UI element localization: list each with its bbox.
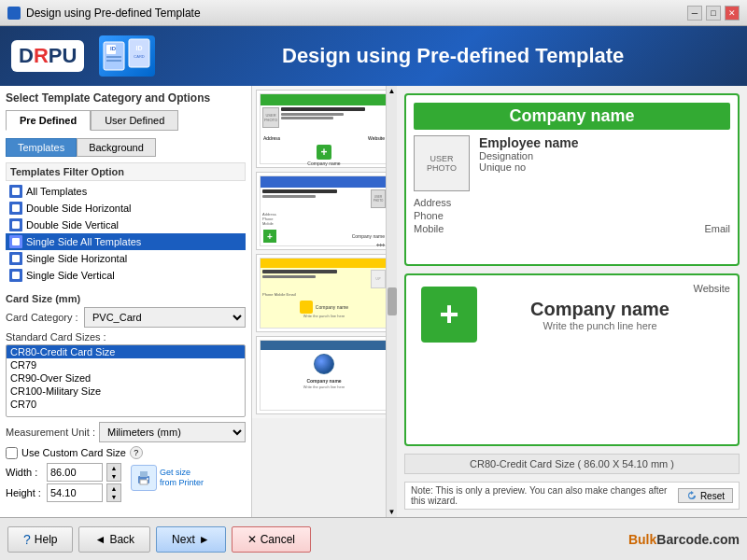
scroll-down-btn[interactable]: ▼ <box>388 508 396 516</box>
template-list: USERPHOTO AddressWebsite + Company name <box>252 86 397 418</box>
filter-double-v[interactable]: Double Side Vertical <box>6 217 246 233</box>
height-input[interactable] <box>47 483 103 502</box>
width-spinner[interactable]: ▲ ▼ <box>106 463 121 482</box>
filter-icon-dv <box>9 218 22 231</box>
thumbnails-panel: USERPHOTO AddressWebsite + Company name <box>252 86 397 517</box>
filter-all-templates[interactable]: All Templates <box>6 183 246 200</box>
svg-rect-13 <box>12 272 20 279</box>
next-arrow-icon: ► <box>199 533 210 546</box>
svg-text:ID: ID <box>136 45 143 51</box>
width-up[interactable]: ▲ <box>107 464 120 472</box>
filter-single-all[interactable]: Single Side All Templates <box>6 233 246 250</box>
header-title: Design using Pre-defined Template <box>170 44 736 68</box>
preview-card-front: Company name USER PHOTO Employee name De… <box>404 93 740 266</box>
filter-double-h[interactable]: Double Side Horizontal <box>6 200 246 217</box>
maximize-button[interactable]: □ <box>706 6 721 21</box>
svg-rect-15 <box>140 471 148 477</box>
minimize-button[interactable]: ─ <box>687 6 702 21</box>
footer-left-col: Address Phone Mobile <box>414 197 451 234</box>
help-button[interactable]: ? Help <box>7 526 73 553</box>
tab-predefined[interactable]: Pre Defined <box>6 110 91 131</box>
next-button[interactable]: Next ► <box>156 526 226 553</box>
measurement-select[interactable]: Milimeters (mm) Inches Pixels <box>99 422 246 442</box>
reset-icon <box>686 490 698 501</box>
card-size-section: Card Size (mm) Card Category : PVC_Card … <box>6 293 246 504</box>
user-photo-box: USER PHOTO <box>414 135 470 191</box>
preview-designation: Designation <box>479 150 730 161</box>
height-up[interactable]: ▲ <box>107 484 120 493</box>
help-icon: ? <box>23 532 31 547</box>
right-panel: Company name USER PHOTO Employee name De… <box>397 86 747 517</box>
template-thumb-3[interactable]: U.P Phone Mobile Email Company name Writ… <box>256 254 392 332</box>
width-input[interactable] <box>47 463 103 482</box>
filter-list: All Templates Double Side Horizontal Dou… <box>6 183 246 284</box>
svg-rect-8 <box>12 188 20 195</box>
preview-employee-name: Employee name <box>479 135 730 150</box>
get-size-button[interactable]: Get sizefrom Printer <box>129 463 205 493</box>
filter-single-v[interactable]: Single Side Vertical <box>6 267 246 284</box>
height-down[interactable]: ▼ <box>107 493 120 501</box>
logo: DRPU <box>11 40 84 72</box>
preview-company-name: Company name <box>414 103 730 130</box>
main-content: Select Template Category and Options Pre… <box>0 86 747 517</box>
header-icon: ID ID CARD <box>99 35 155 77</box>
tab-userdefined[interactable]: User Defined <box>91 110 178 131</box>
height-spinner[interactable]: ▲ ▼ <box>106 483 121 502</box>
left-panel: Select Template Category and Options Pre… <box>0 86 252 517</box>
height-label: Height : <box>6 487 43 498</box>
svg-rect-9 <box>12 204 20 212</box>
svg-rect-11 <box>12 238 20 245</box>
filter-single-h[interactable]: Single Side Horizontal <box>6 250 246 267</box>
note-text: Note: This is only a preview. You can al… <box>411 485 678 506</box>
back-label: Back <box>109 533 134 546</box>
svg-marker-18 <box>691 491 694 495</box>
preview-card-back: Website + Company name Write the punch l… <box>404 273 740 446</box>
width-row: Width : ▲ ▼ <box>6 463 121 482</box>
cancel-button[interactable]: ✕ Cancel <box>232 526 311 553</box>
help-icon[interactable]: ? <box>130 446 143 459</box>
filter-label: Single Side Vertical <box>26 270 115 281</box>
filter-header: Templates Filter Option <box>6 162 246 181</box>
printer-icon <box>131 465 157 491</box>
reset-button[interactable]: Reset <box>678 488 733 503</box>
app-header: DRPU ID ID CARD Design using Pre-defined… <box>0 26 747 86</box>
filter-label: Double Side Horizontal <box>26 203 132 214</box>
scroll-up-btn[interactable]: ▲ <box>388 87 396 95</box>
tab-templates[interactable]: Templates <box>6 138 77 157</box>
template-tabs: Templates Background <box>6 138 246 157</box>
bottom-tagline: Write the punch line here <box>477 320 723 331</box>
footer-buttons-left: ? Help ◄ Back Next ► ✕ Cancel <box>7 526 311 553</box>
template-thumb-4[interactable]: Company name Write the punch line here <box>256 336 392 414</box>
card-category-select[interactable]: PVC_Card CR80 Business <box>84 307 246 328</box>
card-size-list[interactable]: CR80-Credit Card Size CR79 CR90-Over Siz… <box>6 344 246 417</box>
filter-icon-sv <box>9 269 22 282</box>
preview-footer: Address Phone Mobile Email <box>414 197 730 234</box>
template-thumb-1[interactable]: USERPHOTO AddressWebsite + Company name <box>256 90 392 168</box>
email-label: Email <box>704 223 730 234</box>
scroll-thumb[interactable] <box>388 287 397 315</box>
custom-size-label: Use Custom Card Size <box>21 447 126 458</box>
svg-rect-5 <box>129 39 149 67</box>
custom-size-checkbox[interactable] <box>6 447 18 459</box>
tab-background[interactable]: Background <box>77 138 156 157</box>
phone-label: Phone <box>414 210 451 221</box>
mobile-label: Mobile <box>414 223 451 234</box>
width-down[interactable]: ▼ <box>107 472 120 481</box>
close-button[interactable]: ✕ <box>725 6 740 21</box>
template-thumb-2[interactable]: USERPHOTO Address Phone Mobile + Company… <box>256 172 392 250</box>
help-label: Help <box>35 533 58 546</box>
back-button[interactable]: ◄ Back <box>78 526 150 553</box>
address-label: Address <box>414 197 451 208</box>
title-bar-text: Design using Pre-defined Template <box>26 7 201 20</box>
preview-info: Employee name Designation Unique no <box>479 135 730 191</box>
bottom-card-body: + Company name Write the punch line here <box>414 283 730 346</box>
height-row: Height : ▲ ▼ <box>6 483 121 502</box>
scroll-bar[interactable]: ▲ ▼ <box>386 86 397 517</box>
custom-size-row: Use Custom Card Size ? <box>6 446 246 459</box>
next-label: Next <box>172 533 195 546</box>
size-info-text: CR80-Credit Card Size ( 86.00 X 54.10 mm… <box>411 456 733 471</box>
note-bar: Note: This is only a preview. You can al… <box>404 482 740 510</box>
filter-icon-dh <box>9 202 22 215</box>
measurement-row: Measurement Unit : Milimeters (mm) Inche… <box>6 422 246 442</box>
category-tabs: Pre Defined User Defined <box>6 110 246 131</box>
